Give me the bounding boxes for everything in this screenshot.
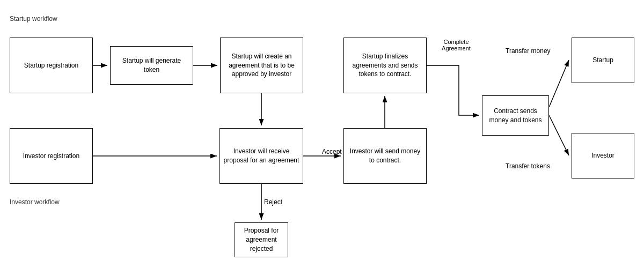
reject-label: Reject bbox=[264, 198, 282, 206]
startup-registration-node: Startup registration bbox=[10, 38, 93, 93]
contract-sends-node: Contract sends money and tokens bbox=[482, 95, 549, 136]
transfer-tokens-label: Transfer tokens bbox=[506, 162, 550, 170]
startup-generate-token-node: Startup will generate token bbox=[110, 46, 193, 85]
investor-receive-proposal-node: Investor will receive proposal for an ag… bbox=[219, 128, 303, 184]
transfer-money-label: Transfer money bbox=[506, 47, 551, 55]
diagram-container: Startup workflow Investor workflow Start… bbox=[0, 0, 644, 268]
complete-agreement-label: Complete Agreement bbox=[432, 39, 480, 51]
svg-line-9 bbox=[549, 115, 569, 155]
startup-workflow-label: Startup workflow bbox=[10, 15, 57, 23]
proposal-rejected-node: Proposal for agreement rejected bbox=[235, 222, 288, 257]
investor-recipient-node: Investor bbox=[572, 133, 634, 178]
accept-label: Accept bbox=[322, 148, 342, 155]
startup-recipient-node: Startup bbox=[572, 38, 634, 83]
startup-create-agreement-node: Startup will create an agreement that is… bbox=[220, 38, 303, 93]
startup-finalize-node: Startup finalizes agreements and sends t… bbox=[343, 38, 427, 93]
investor-send-money-node: Investor will send money to contract. bbox=[343, 128, 427, 184]
investor-registration-node: Investor registration bbox=[10, 128, 93, 184]
svg-line-8 bbox=[549, 60, 569, 107]
investor-workflow-label: Investor workflow bbox=[10, 198, 60, 206]
